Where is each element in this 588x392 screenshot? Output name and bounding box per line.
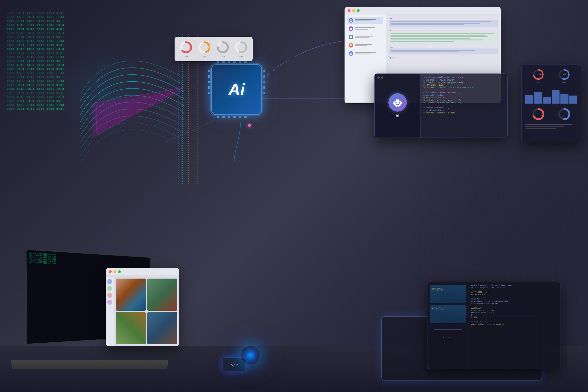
bar-3 (543, 97, 551, 104)
donut-chart-apr: APR (234, 40, 248, 58)
gallery-thumb-4 (147, 312, 177, 344)
svg-point-15 (350, 28, 352, 29)
user-message-bubble (389, 20, 498, 27)
editor-line: useEffect(() => { (471, 307, 558, 309)
code-line-4: // MAX_ITER = 1000; (423, 84, 504, 86)
editor-line: const App = () => { (471, 298, 558, 300)
bot-avatar-section: Ai (374, 74, 420, 138)
bar-6 (570, 96, 577, 104)
code-line-6: } (423, 89, 504, 91)
editor-line: } (471, 326, 558, 328)
ai-chip-label: Ai (228, 81, 245, 98)
gallery-nav-icon-1[interactable] (107, 279, 112, 284)
msg-line (390, 21, 491, 22)
editor-line: const [data, setData] = useState(null) (471, 300, 558, 302)
sidebar-line (355, 52, 376, 53)
msg-line (390, 35, 486, 36)
code-footer-label: Nutz write code (430, 336, 466, 340)
editor-line: // Nutz write code (471, 321, 558, 323)
bot-ai-text-label: Ai (396, 114, 400, 118)
gauge-1: 100% CPU (532, 68, 544, 83)
chart-label-apr: APR (239, 56, 243, 58)
gallery-fullscreen-dot[interactable] (118, 270, 121, 273)
chat-sidebar-item-2[interactable] (347, 25, 383, 32)
chip-pin (208, 80, 210, 83)
msg-line (390, 33, 494, 34)
chat-sidebar-item-3[interactable] (347, 33, 383, 41)
code-tag-text: </> (230, 362, 238, 367)
bot-code-section: function processAI(model, dataset) { con… (420, 74, 508, 138)
connection-dot-1 (248, 124, 251, 127)
chip-pins-top (216, 61, 247, 63)
code-thumb-1: const model = new AIModel(config) model.… (430, 285, 466, 303)
laptop-base (11, 360, 168, 369)
titlebar-minimize-dot[interactable] (352, 9, 355, 12)
matrix-code-display: 1010 0101 1100 0011 1010 01010011 1100 0… (7, 12, 117, 172)
pagination-dot-active (390, 57, 391, 58)
editor-line: // MAX_DIM = 512 (471, 294, 558, 295)
chip-pin (208, 92, 210, 94)
code-bottom-label (430, 325, 466, 334)
sidebar-line (355, 54, 371, 54)
chip-pin (222, 61, 225, 63)
message-user-label: user (389, 17, 498, 19)
message-ai-label: Ai (389, 29, 498, 31)
gallery-nav-icon-4[interactable] (107, 300, 112, 305)
gauge-label-2: MEM (562, 82, 566, 83)
editor-line: // MAX_SIZE = 1024 (471, 291, 558, 293)
background-scene: 1010 0101 1100 0011 1010 01010011 1100 0… (0, 0, 588, 392)
editor-line: import { useState, useEffect } from 'rea… (471, 284, 558, 286)
user-avatar-2 (349, 26, 353, 31)
gallery-thumb-1 (116, 278, 146, 311)
titlebar-fullscreen-dot[interactable] (357, 9, 360, 12)
code-progress-bar (434, 329, 462, 330)
sidebar-line (355, 27, 375, 28)
chat-sidebar-item-5[interactable] (347, 50, 383, 57)
svg-rect-26 (401, 102, 402, 104)
chart-label-feb: FEB (202, 56, 206, 58)
donut-chart-feb: FEB (198, 40, 211, 58)
sidebar-text-2 (355, 27, 382, 30)
editor-line (471, 305, 558, 307)
titlebar-close-dot[interactable] (348, 9, 350, 12)
code-line-15: return this.attention(x, mask); (423, 112, 504, 114)
pagination-dot (394, 57, 396, 58)
code-thumb-2: async function run() await model.init() … (430, 305, 466, 323)
message-user-label-2: user (389, 46, 498, 48)
sidebar-line (355, 29, 368, 30)
gallery-thumbnails (114, 277, 179, 346)
msg-line (390, 52, 459, 52)
chip-pin (244, 61, 247, 63)
svg-rect-25 (394, 102, 394, 104)
bot-robot-icon (388, 93, 407, 112)
chat-sidebar-item-user[interactable] (347, 17, 383, 24)
gallery-window (106, 268, 179, 346)
sidebar-line (355, 19, 376, 20)
chat-message-user-2: user (389, 46, 498, 54)
gallery-minimize-dot[interactable] (114, 270, 116, 273)
chip-pins-left (208, 70, 210, 94)
user-avatar-4 (349, 43, 353, 48)
chip-pin (216, 116, 219, 118)
chip-pin (208, 86, 210, 89)
window-titlebar-chat (344, 7, 501, 14)
code-editor-window: const model = new AIModel(config) model.… (427, 282, 560, 369)
chip-pin (228, 61, 230, 63)
code-line-10: this.layers = config.layers || 12; (423, 99, 504, 101)
editor-line: result => setData(result) (471, 312, 558, 314)
msg-line (390, 23, 480, 24)
gallery-nav-icon-3[interactable] (107, 293, 112, 298)
dashboard-stats (525, 124, 577, 129)
chart-label-mar: MAR (221, 56, 225, 58)
gallery-close-dot[interactable] (109, 270, 112, 273)
gallery-nav-icon-2[interactable] (107, 286, 112, 291)
sidebar-text-5 (355, 52, 382, 55)
svg-text:78%: 78% (562, 74, 566, 76)
chip-pin (228, 116, 230, 118)
stat-line (525, 124, 572, 125)
dashboard-donuts (525, 107, 577, 121)
sidebar-line (355, 37, 369, 38)
chat-sidebar-item-4[interactable] (347, 42, 383, 49)
chip-pins-right (264, 70, 265, 94)
dashboard-gauge-row: 100% CPU 78% MEM (525, 68, 577, 83)
